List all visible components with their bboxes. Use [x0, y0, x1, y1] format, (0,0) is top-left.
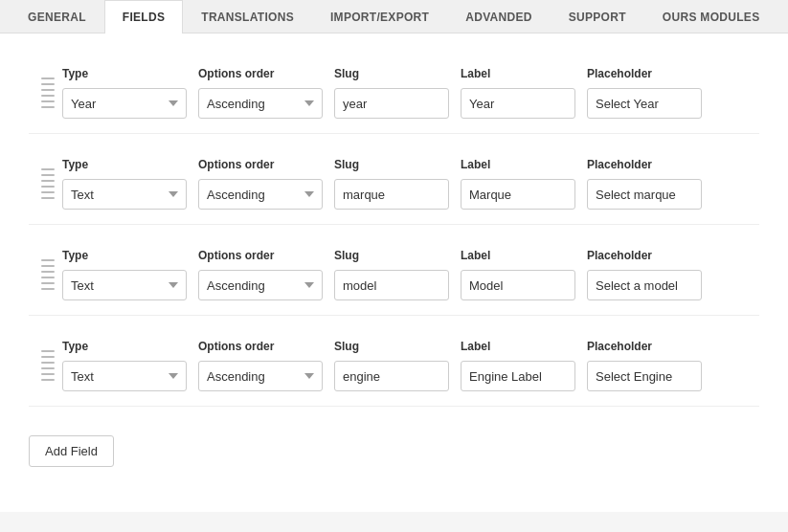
tab-ours-modules[interactable]: OURS MODULES	[644, 0, 778, 33]
label-column: Label	[461, 249, 575, 300]
label-input-2[interactable]	[461, 270, 575, 300]
type-column: TypeYearText	[62, 340, 187, 391]
type-label: Type	[62, 158, 187, 171]
fields-group: TypeYearTextOptions orderAscendingDescen…	[62, 340, 750, 391]
placeholder-column: Placeholder	[587, 158, 702, 210]
fields-group: TypeYearTextOptions orderAscendingDescen…	[62, 249, 750, 300]
type-select-0[interactable]: YearText	[62, 88, 187, 119]
drag-handle[interactable]	[34, 257, 62, 292]
type-select-1[interactable]: YearText	[62, 179, 187, 210]
fields-group: TypeYearTextOptions orderAscendingDescen…	[62, 158, 750, 210]
label-input-0[interactable]	[461, 88, 575, 119]
tabs-bar: GENERALFIELDSTRANSLATIONSIMPORT/EXPORTAD…	[0, 0, 788, 33]
tab-fields[interactable]: FIELDS	[104, 0, 183, 33]
placeholder-column: Placeholder	[587, 340, 702, 391]
tab-translations[interactable]: TRANSLATIONS	[183, 0, 312, 33]
drag-handle[interactable]	[34, 166, 62, 201]
options-order-column: Options orderAscendingDescending	[198, 67, 323, 119]
field-row: TypeYearTextOptions orderAscendingDescen…	[29, 325, 759, 407]
field-row: TypeYearTextOptions orderAscendingDescen…	[29, 144, 759, 225]
placeholder-input-1[interactable]	[587, 179, 702, 210]
options-order-select-2[interactable]: AscendingDescending	[198, 270, 323, 300]
type-select-3[interactable]: YearText	[62, 361, 187, 391]
label-column: Label	[461, 67, 575, 119]
placeholder-input-2[interactable]	[587, 270, 702, 300]
options-order-select-3[interactable]: AscendingDescending	[198, 361, 323, 391]
slug-label: Slug	[334, 340, 449, 353]
label-input-3[interactable]	[461, 361, 575, 391]
tab-advanced[interactable]: ADVANDED	[447, 0, 551, 33]
tab-import-export[interactable]: IMPORT/EXPORT	[312, 0, 447, 33]
type-label: Type	[62, 67, 187, 80]
options-order-column: Options orderAscendingDescending	[198, 249, 323, 300]
label-input-1[interactable]	[461, 179, 575, 210]
tab-support[interactable]: SUPPORT	[551, 0, 644, 33]
label-column: Label	[461, 340, 575, 391]
label-label: Label	[461, 67, 575, 80]
type-label: Type	[62, 249, 187, 262]
label-label: Label	[461, 249, 575, 262]
slug-label: Slug	[334, 158, 449, 171]
tab-general[interactable]: GENERAL	[10, 0, 104, 33]
type-column: TypeYearText	[62, 158, 187, 210]
slug-label: Slug	[334, 67, 449, 80]
placeholder-input-0[interactable]	[587, 88, 702, 119]
label-column: Label	[461, 158, 575, 210]
placeholder-label: Placeholder	[587, 158, 702, 171]
slug-column: Slug	[334, 249, 449, 300]
slug-column: Slug	[334, 67, 449, 119]
options-order-column: Options orderAscendingDescending	[198, 340, 323, 391]
placeholder-column: Placeholder	[587, 249, 702, 300]
options-order-label: Options order	[198, 340, 323, 353]
options-order-label: Options order	[198, 67, 323, 80]
type-label: Type	[62, 340, 187, 353]
slug-column: Slug	[334, 340, 449, 391]
slug-label: Slug	[334, 249, 449, 262]
options-order-column: Options orderAscendingDescending	[198, 158, 323, 210]
label-label: Label	[461, 158, 575, 171]
placeholder-label: Placeholder	[587, 249, 702, 262]
slug-column: Slug	[334, 158, 449, 210]
placeholder-label: Placeholder	[587, 340, 702, 353]
drag-handle[interactable]	[34, 348, 62, 383]
type-column: TypeYearText	[62, 249, 187, 300]
options-order-label: Options order	[198, 249, 323, 262]
content-area: TypeYearTextOptions orderAscendingDescen…	[0, 33, 788, 512]
add-field-button[interactable]: Add Field	[29, 435, 114, 467]
fields-group: TypeYearTextOptions orderAscendingDescen…	[62, 67, 750, 119]
label-label: Label	[461, 340, 575, 353]
type-column: TypeYearText	[62, 67, 187, 119]
slug-input-2[interactable]	[334, 270, 449, 300]
field-row: TypeYearTextOptions orderAscendingDescen…	[29, 53, 759, 134]
drag-handle[interactable]	[34, 76, 62, 110]
placeholder-input-3[interactable]	[587, 361, 702, 391]
options-order-select-1[interactable]: AscendingDescending	[198, 179, 323, 210]
slug-input-0[interactable]	[334, 88, 449, 119]
options-order-label: Options order	[198, 158, 323, 171]
options-order-select-0[interactable]: AscendingDescending	[198, 88, 323, 119]
placeholder-column: Placeholder	[587, 67, 702, 119]
type-select-2[interactable]: YearText	[62, 270, 187, 300]
slug-input-1[interactable]	[334, 179, 449, 210]
field-row: TypeYearTextOptions orderAscendingDescen…	[29, 234, 759, 316]
placeholder-label: Placeholder	[587, 67, 702, 80]
slug-input-3[interactable]	[334, 361, 449, 391]
